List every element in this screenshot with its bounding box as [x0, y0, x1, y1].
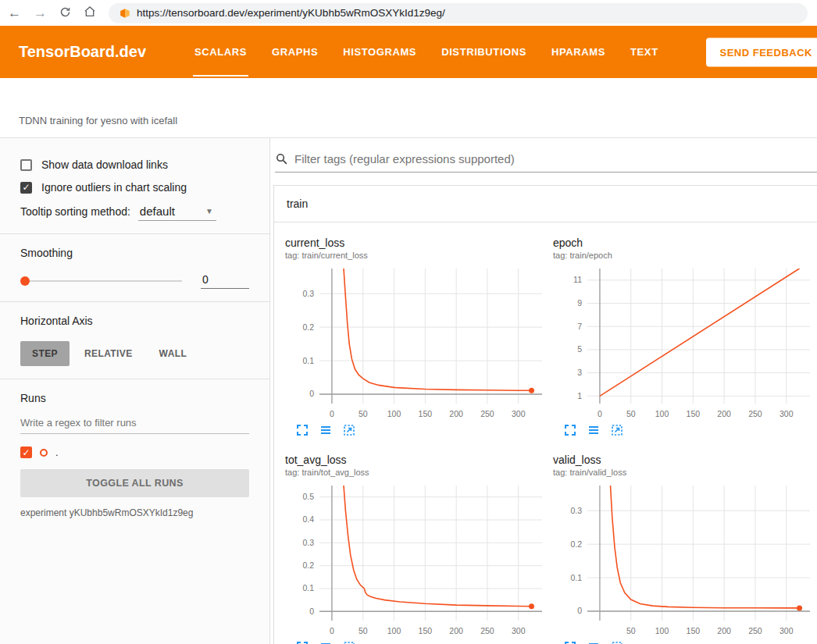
svg-text:250: 250	[748, 409, 762, 418]
runs-selector-icon[interactable]	[587, 641, 600, 644]
runs-label: Runs	[20, 392, 249, 404]
runs-selector-icon[interactable]	[319, 641, 332, 644]
address-bar[interactable]: https://tensorboard.dev/experiment/yKUbh…	[109, 3, 808, 23]
svg-text:11: 11	[573, 275, 582, 284]
fullscreen-icon[interactable]	[564, 424, 576, 436]
axis-relative-button[interactable]: RELATIVE	[73, 341, 144, 366]
checkbox-checked-icon[interactable]: ✓	[20, 182, 32, 194]
line-chart[interactable]: 05010015020025030000.10.20.30.40.5	[285, 482, 547, 638]
train-section-header[interactable]: train	[274, 186, 817, 222]
svg-text:0: 0	[330, 409, 334, 418]
chart-title: tot_avg_loss	[285, 454, 553, 466]
experiment-title: TDNN training for yesno with icefall	[19, 115, 177, 126]
svg-text:50: 50	[626, 409, 636, 418]
back-icon[interactable]: ←	[8, 6, 21, 20]
line-chart[interactable]: 0501001502002503001357911	[553, 265, 815, 421]
svg-text:150: 150	[419, 409, 433, 418]
chart-tag: tag: train/valid_loss	[553, 468, 817, 477]
fit-domain-icon[interactable]	[343, 641, 355, 644]
tab-histograms[interactable]: HISTOGRAMS	[330, 26, 429, 78]
axis-step-button[interactable]: STEP	[20, 341, 70, 366]
chart-tag: tag: train/epoch	[553, 251, 817, 260]
fullscreen-icon[interactable]	[296, 641, 309, 644]
toggle-all-runs-button[interactable]: TOGGLE ALL RUNS	[20, 469, 249, 497]
fullscreen-icon[interactable]	[564, 641, 576, 644]
scalars-main: train current_loss tag: train/current_lo…	[270, 138, 817, 644]
run-name: .	[55, 447, 59, 458]
smoothing-slider[interactable]	[20, 280, 182, 282]
tab-graphs[interactable]: GRAPHS	[259, 26, 330, 78]
runs-selector-icon[interactable]	[587, 424, 600, 436]
line-chart[interactable]: 05010015020025030000.10.20.3	[285, 265, 547, 421]
svg-text:0: 0	[309, 389, 314, 398]
svg-text:0.3: 0.3	[570, 506, 582, 515]
svg-text:250: 250	[480, 626, 494, 635]
svg-text:150: 150	[419, 626, 433, 635]
refresh-icon[interactable]	[59, 6, 71, 20]
chart-title: valid_loss	[553, 454, 817, 466]
tag-filter-input[interactable]	[294, 152, 817, 165]
svg-text:5: 5	[577, 344, 582, 354]
send-feedback-button[interactable]: SEND FEEDBACK	[706, 37, 817, 66]
charts-grid: current_loss tag: train/current_loss 050…	[274, 222, 817, 644]
svg-text:9: 9	[577, 298, 582, 308]
tab-hparams[interactable]: HPARAMS	[539, 26, 618, 78]
svg-text:100: 100	[387, 626, 401, 635]
chart-title: current_loss	[285, 237, 553, 249]
smoothing-value-field[interactable]: 0	[201, 273, 249, 289]
svg-text:0: 0	[309, 607, 314, 616]
run-checkbox-icon[interactable]: ✓	[20, 447, 32, 458]
svg-text:200: 200	[717, 626, 731, 635]
checkbox-label: Ignore outliers in chart scaling	[41, 181, 187, 194]
checkbox-unchecked-icon[interactable]	[20, 159, 32, 171]
tooltip-sorting-label: Tooltip sorting method:	[20, 205, 130, 218]
checkbox-label: Show data download links	[41, 158, 168, 171]
home-icon[interactable]	[84, 5, 96, 20]
fit-domain-icon[interactable]	[611, 641, 623, 644]
url-text: https://tensorboard.dev/experiment/yKUbh…	[137, 7, 445, 19]
svg-text:1: 1	[577, 391, 582, 400]
svg-text:0.1: 0.1	[570, 573, 582, 582]
svg-text:200: 200	[449, 626, 463, 635]
run-color-icon	[40, 449, 48, 457]
tooltip-sorting-dropdown[interactable]: default ▼	[138, 205, 216, 221]
runs-selector-icon[interactable]	[319, 424, 332, 436]
fit-domain-icon[interactable]	[611, 424, 623, 436]
svg-text:100: 100	[655, 626, 669, 635]
fullscreen-icon[interactable]	[296, 424, 309, 436]
line-chart[interactable]: 5010015020025030000.10.20.3	[553, 482, 815, 638]
ignore-outliers-checkbox[interactable]: ✓ Ignore outliers in chart scaling	[20, 181, 249, 194]
tab-text[interactable]: TEXT	[618, 26, 671, 78]
chart-block-tot-avg-loss: tot_avg_loss tag: train/tot_avg_loss 050…	[285, 454, 553, 644]
chart-tag: tag: train/tot_avg_loss	[285, 468, 553, 477]
tab-scalars[interactable]: SCALARS	[182, 26, 259, 78]
svg-text:0.3: 0.3	[302, 538, 314, 547]
settings-sidebar: Show data download links ✓ Ignore outlie…	[0, 138, 270, 644]
svg-text:50: 50	[359, 626, 368, 635]
svg-text:0.2: 0.2	[570, 539, 582, 549]
runs-filter-input[interactable]	[20, 415, 249, 434]
svg-text:300: 300	[512, 409, 526, 418]
svg-text:0.2: 0.2	[302, 322, 314, 332]
forward-icon[interactable]: →	[34, 6, 47, 20]
svg-text:300: 300	[512, 626, 526, 635]
app-logo: TensorBoard.dev	[19, 43, 146, 61]
svg-text:0: 0	[330, 626, 334, 635]
svg-text:0: 0	[577, 606, 582, 615]
slider-thumb[interactable]	[20, 276, 30, 286]
svg-text:50: 50	[626, 626, 636, 635]
svg-text:50: 50	[359, 409, 368, 418]
axis-wall-button[interactable]: WALL	[148, 341, 199, 366]
svg-text:150: 150	[687, 626, 701, 635]
tab-distributions[interactable]: DISTRIBUTIONS	[429, 26, 539, 78]
svg-text:250: 250	[480, 409, 494, 418]
svg-text:0.1: 0.1	[302, 583, 314, 592]
app-header: TensorBoard.dev SCALARS GRAPHS HISTOGRAM…	[0, 26, 817, 78]
show-download-links-checkbox[interactable]: Show data download links	[20, 158, 249, 171]
svg-text:0: 0	[598, 409, 602, 418]
svg-text:0.2: 0.2	[302, 560, 314, 570]
experiment-title-strip: TDNN training for yesno with icefall	[0, 78, 817, 138]
fit-domain-icon[interactable]	[343, 424, 355, 436]
run-list-item[interactable]: ✓ .	[20, 447, 249, 458]
search-icon	[275, 152, 288, 165]
